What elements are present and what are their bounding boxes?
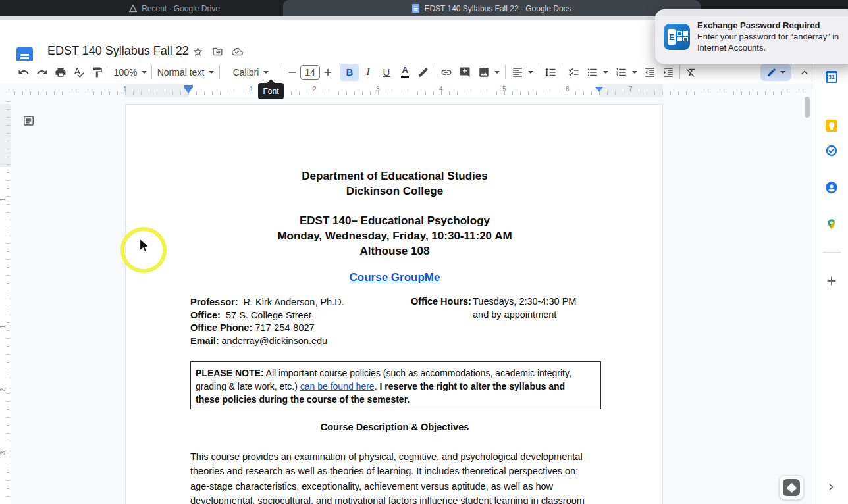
google-maps-icon[interactable]: [826, 218, 837, 230]
info-row: Professor: R. Kirk Anderson, Ph.D.: [190, 296, 344, 309]
plus-icon: [322, 66, 334, 78]
info-row: Office Phone: 717-254-8027: [190, 322, 344, 335]
ruler-number: 6: [566, 86, 570, 93]
hide-menus-button[interactable]: [795, 64, 814, 81]
indent-icon: [662, 66, 674, 78]
undo-button[interactable]: [14, 64, 33, 81]
note-line: grading & late work, etc.) can be found …: [196, 380, 600, 393]
first-line-indent-marker[interactable]: [184, 85, 193, 88]
doc-line: Dickinson College: [126, 184, 664, 199]
line-spacing-icon: [544, 66, 556, 78]
left-indent-marker[interactable]: [184, 88, 192, 93]
screen: { "browser": { "tab_drive": "Recent - Go…: [0, 0, 848, 504]
font-select[interactable]: Calibri: [222, 64, 280, 81]
star-icon[interactable]: [192, 46, 203, 57]
line-spacing-button[interactable]: [541, 64, 560, 81]
get-addons-button[interactable]: [824, 274, 839, 288]
clear-formatting-button[interactable]: [682, 64, 701, 81]
section-title: Course Description & Objectives: [126, 422, 664, 432]
ruler-number: 1: [250, 86, 253, 93]
page[interactable]: Department of Educational Studies Dickin…: [125, 104, 663, 504]
redo-icon: [36, 66, 48, 78]
minus-icon: [286, 66, 298, 78]
paragraph-style-select[interactable]: Normal text: [154, 64, 217, 81]
spellcheck-button[interactable]: [70, 64, 88, 81]
move-folder-icon[interactable]: [212, 46, 223, 57]
cloud-saved-icon[interactable]: [232, 46, 243, 57]
policies-link[interactable]: can be found here: [300, 381, 375, 391]
bold-button[interactable]: B: [340, 64, 359, 81]
body-paragraph: This course provides an examination of p…: [190, 449, 585, 504]
link-icon: [440, 66, 452, 78]
doc-heading-course: EDST 140– Educational Psychology Monday,…: [126, 213, 664, 259]
increase-font-size-button[interactable]: [320, 64, 336, 81]
decrease-font-size-button[interactable]: [284, 64, 300, 81]
google-tasks-icon[interactable]: [826, 145, 837, 157]
ruler-number: 2: [313, 86, 317, 93]
ruler-number: 4: [439, 86, 443, 93]
checklist-button[interactable]: [564, 64, 583, 81]
please-note-box: PLEASE NOTE: All important course polici…: [190, 361, 601, 409]
chevron-down-icon: [142, 71, 147, 74]
show-outline-button[interactable]: [20, 112, 37, 129]
office-hours-value2: and by appointment: [473, 309, 556, 320]
font-size-input[interactable]: 14: [300, 65, 320, 80]
clear-formatting-icon: [685, 66, 697, 78]
checklist-icon: [568, 66, 579, 78]
mouse-cursor: [136, 238, 151, 255]
ruler-number: 7: [629, 86, 633, 93]
highlight-color-button[interactable]: [414, 64, 433, 81]
zoom-select[interactable]: 100%: [111, 64, 149, 81]
add-comment-button[interactable]: [456, 64, 474, 81]
editing-mode-button[interactable]: [760, 64, 791, 81]
zoom-value: 100%: [114, 67, 138, 78]
exchange-notification[interactable]: E Exchange Password Required Enter your …: [655, 9, 848, 64]
italic-button[interactable]: I: [359, 64, 377, 81]
body-line: age-stage characteristics, exceptionalit…: [190, 479, 585, 493]
google-keep-icon[interactable]: [826, 120, 837, 132]
document-outline-icon: [22, 114, 35, 127]
right-indent-marker[interactable]: [595, 87, 603, 92]
google-calendar-icon[interactable]: 31: [826, 71, 837, 83]
bulleted-list-button[interactable]: [583, 64, 612, 81]
ruler-number: 1: [0, 198, 7, 202]
tab-label: EDST 140 Syllabus Fall 22 - Google Docs: [424, 4, 571, 13]
document-title[interactable]: EDST 140 Syllabus Fall 22: [47, 44, 189, 58]
font-value: Calibri: [233, 67, 259, 78]
insert-link-button[interactable]: [437, 64, 456, 81]
groupme-line: Course GroupMe: [126, 270, 664, 285]
tab-label: Recent - Google Drive: [142, 4, 220, 13]
print-icon: [55, 66, 66, 78]
explore-button[interactable]: [779, 475, 804, 500]
hide-side-panel-button[interactable]: [825, 481, 837, 493]
paint-format-button[interactable]: [88, 64, 107, 81]
groupme-link[interactable]: Course GroupMe: [350, 271, 440, 284]
exchange-icon: E: [664, 24, 690, 50]
text-color-button[interactable]: A: [396, 64, 414, 81]
ruler-number: 2: [0, 388, 7, 392]
align-button[interactable]: [508, 64, 537, 81]
print-button[interactable]: [51, 64, 70, 81]
increase-indent-button[interactable]: [659, 64, 677, 81]
vertical-scrollbar[interactable]: [805, 97, 810, 118]
chevron-down-icon: [263, 71, 269, 74]
notification-body-line: Enter your password for “anderray” in: [697, 31, 839, 42]
vertical-ruler: 1 1 2 3 4 5: [0, 97, 11, 504]
redo-button[interactable]: [33, 64, 51, 81]
chevron-down-icon: [780, 71, 785, 74]
numbered-list-button[interactable]: [612, 64, 641, 81]
tab-google-drive[interactable]: Recent - Google Drive: [66, 0, 283, 16]
underline-button[interactable]: U: [377, 64, 396, 81]
google-contacts-icon[interactable]: [826, 182, 837, 193]
panel-divider: [822, 252, 841, 253]
chevron-down-icon: [632, 71, 637, 74]
notification-body-line: Internet Accounts.: [697, 42, 839, 53]
tab-google-docs[interactable]: EDST 140 Syllabus Fall 22 - Google Docs: [283, 0, 701, 16]
insert-image-button[interactable]: [474, 64, 503, 81]
ruler-number: 5: [502, 86, 506, 93]
paint-format-icon: [92, 66, 103, 78]
pencil-icon: [766, 67, 777, 78]
body-line: theories and research as well as theorie…: [190, 464, 585, 478]
decrease-indent-button[interactable]: [641, 64, 659, 81]
chevron-down-icon: [494, 71, 500, 74]
